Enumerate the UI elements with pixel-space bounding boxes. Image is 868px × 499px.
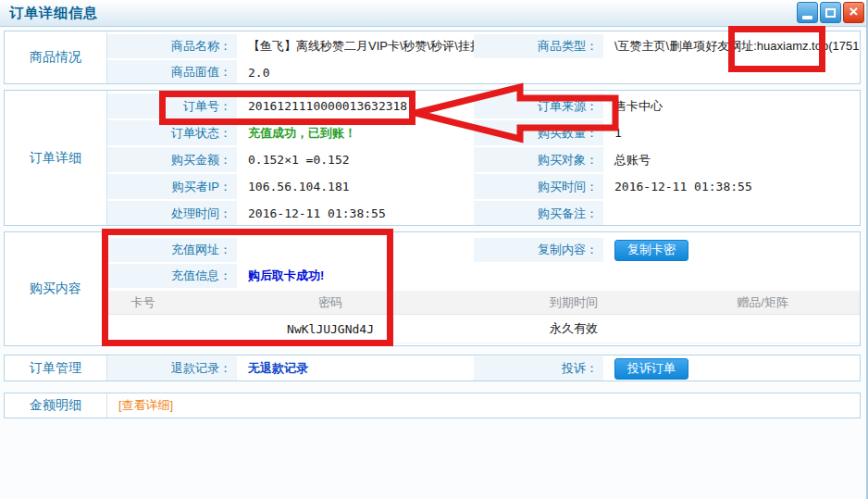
copy-card-button[interactable]: 复制卡密 — [614, 240, 688, 261]
close-icon: × — [849, 4, 859, 19]
minimize-icon — [802, 16, 812, 19]
copy-content-label: 复制内容： — [474, 238, 603, 262]
order-no-value: 2016121110000013632318 — [237, 94, 407, 119]
maximize-icon — [825, 8, 836, 18]
product-face-row: 商品面值： 2.0 — [107, 60, 860, 83]
order-no-row: 订单号： 2016121110000013632318 — [107, 94, 474, 119]
section-title-order: 订单详细 — [5, 91, 107, 225]
product-type-value: \互赞主页\删单项好友网址:huaxiamz.top(17517 — [603, 34, 860, 58]
expire-cell: 永久有效 — [482, 320, 665, 337]
product-type-label: 商品类型： — [474, 34, 603, 58]
buy-time-label: 购买时间： — [474, 174, 603, 199]
order-amount-label: 购买金额： — [107, 147, 237, 172]
recharge-url-label: 充值网址： — [107, 238, 237, 262]
recharge-url-row: 充值网址： 复制内容： 复制卡密 — [107, 238, 860, 262]
process-time-label: 处理时间： — [107, 201, 237, 225]
gift-header: 赠品/矩阵 — [665, 294, 860, 311]
buy-remark-value — [603, 201, 614, 225]
password-cell: NwKlJUJGNd4J — [179, 322, 482, 336]
recharge-info-row: 充值信息： 购后取卡成功! — [107, 264, 860, 288]
recharge-url-value — [237, 238, 474, 262]
recharge-info-label: 充值信息： — [107, 264, 237, 288]
complaint-order-button[interactable]: 投诉订单 — [614, 358, 688, 380]
product-name-value: 【鱼飞】离线秒赞二月VIP卡\秒赞\秒评\挂挂 — [237, 34, 474, 58]
refund-label: 退款记录： — [107, 356, 237, 380]
password-header: 密码 — [179, 294, 482, 311]
order-status-row: 订单状态： 充值成功，已到账！ — [107, 120, 474, 145]
section-title-product: 商品情况 — [5, 31, 107, 83]
card-no-header: 卡号 — [107, 294, 179, 311]
order-source-value: 售卡中心 — [603, 94, 663, 119]
product-face-value: 2.0 — [237, 60, 474, 83]
order-source-row: 订单来源： 售卡中心 — [474, 94, 860, 119]
buy-remark-label: 购买备注： — [474, 201, 603, 225]
recharge-info-value: 购后取卡成功! — [237, 264, 324, 288]
complaint-label: 投诉： — [474, 356, 603, 380]
product-info-section: 商品情况 商品名称： 【鱼飞】离线秒赞二月VIP卡\秒赞\秒评\挂挂 商品类型：… — [4, 31, 861, 84]
buy-qty-value: 1 — [603, 120, 622, 145]
expire-header: 到期时间 — [482, 294, 665, 311]
card-table-header: 卡号 密码 到期时间 赠品/矩阵 — [107, 291, 860, 315]
buyer-ip-value: 106.56.104.181 — [237, 174, 350, 199]
card-table-row: NwKlJUJGNd4J 永久有效 — [107, 315, 860, 343]
section-title-purchase: 购买内容 — [5, 232, 107, 345]
refund-value: 无退款记录 — [237, 356, 474, 380]
purchase-content-section: 购买内容 充值网址： 复制内容： 复制卡密 充值信息： 购后取卡成功! 卡号 密… — [4, 231, 861, 346]
buy-target-label: 购买对象： — [474, 147, 603, 172]
buy-target-value: 总账号 — [603, 147, 651, 172]
buy-qty-row: 购买数量： 1 — [474, 120, 860, 145]
order-status-label: 订单状态： — [107, 120, 237, 145]
order-ip-row: 购买者IP： 106.56.104.181 — [107, 174, 474, 199]
view-detail-link[interactable]: [查看详细] — [118, 397, 173, 414]
order-status-value: 充值成功，已到账！ — [237, 120, 356, 145]
maximize-button[interactable] — [820, 2, 841, 23]
order-right-column: 订单来源： 售卡中心 购买数量： 1 购买对象： 总账号 购买时间： 2016-… — [474, 94, 860, 225]
buy-remark-row: 购买备注： — [474, 201, 860, 225]
buy-target-row: 购买对象： 总账号 — [474, 147, 860, 172]
order-detail-window: 订单详细信息 × 商品情况 商品名称： 【鱼飞】离线秒赞二月VIP卡\秒赞\秒评… — [0, 0, 868, 499]
order-amount-row: 购买金额： 0.152×1 =0.152 — [107, 147, 474, 172]
minimize-button[interactable] — [797, 2, 818, 23]
window-title: 订单详细信息 — [9, 5, 98, 22]
order-source-label: 订单来源： — [474, 94, 603, 119]
order-detail-section: 订单详细 订单号： 2016121110000013632318 订单状态： 充… — [4, 90, 861, 226]
refund-row: 退款记录： 无退款记录 投诉： 投诉订单 — [107, 356, 860, 380]
titlebar: 订单详细信息 × — [0, 0, 866, 27]
order-amount-value: 0.152×1 =0.152 — [237, 147, 350, 172]
product-name-label: 商品名称： — [107, 34, 237, 58]
section-title-amount: 金额明细 — [5, 393, 107, 418]
order-no-label: 订单号： — [107, 94, 237, 119]
process-time-value: 2016-12-11 01:38:55 — [237, 201, 386, 225]
buy-time-row: 购买时间： 2016-12-11 01:38:55 — [474, 174, 860, 199]
amount-detail-section: 金额明细 [查看详细] — [4, 393, 861, 418]
close-button[interactable]: × — [843, 2, 864, 23]
product-face-label: 商品面值： — [107, 60, 237, 83]
order-manage-section: 订单管理 退款记录： 无退款记录 投诉： 投诉订单 — [4, 355, 861, 381]
buy-time-value: 2016-12-11 01:38:55 — [603, 174, 752, 199]
process-time-row: 处理时间： 2016-12-11 01:38:55 — [107, 201, 474, 225]
buy-qty-label: 购买数量： — [474, 120, 603, 145]
product-name-row: 商品名称： 【鱼飞】离线秒赞二月VIP卡\秒赞\秒评\挂挂 商品类型： \互赞主… — [107, 34, 860, 58]
buyer-ip-label: 购买者IP： — [107, 174, 237, 199]
window-controls: × — [797, 2, 864, 23]
order-left-column: 订单号： 2016121110000013632318 订单状态： 充值成功，已… — [107, 94, 474, 225]
section-title-manage: 订单管理 — [5, 356, 107, 380]
